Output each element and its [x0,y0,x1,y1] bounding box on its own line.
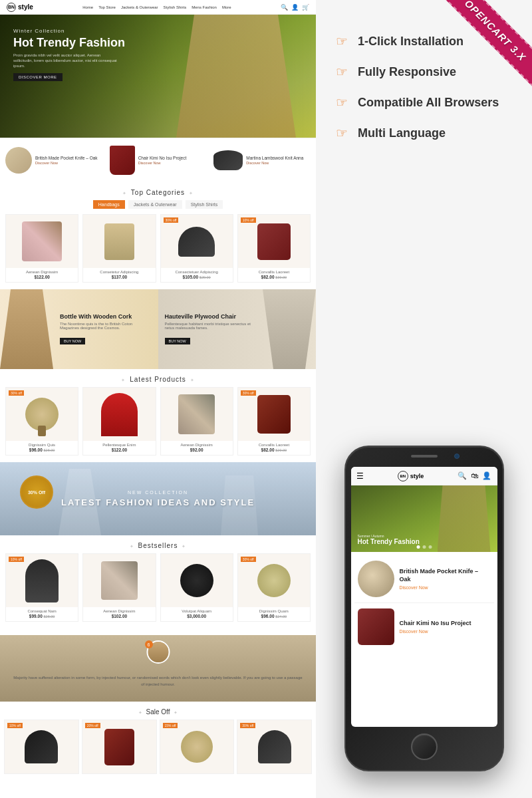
latest-price-4: $82.00 $29.00 [238,448,310,455]
bs-img-3 [161,554,233,607]
bag-sale-img [104,729,134,765]
hero-section: Winter Collection Hot Trendy Fashion Pro… [0,15,316,138]
dress-img [25,559,59,602]
product-strip-name-2: Chair Kimi No Isu Project [138,155,187,161]
latest-products-title: Latest Products [0,369,316,387]
sale-img-4 [237,720,311,773]
phone-search-icon: 🔍 [458,471,467,480]
bag-badge: 10% off [241,217,256,223]
bs-name-2: Aenean Dignissim [83,607,155,614]
testimonial-text: Majority have suffered alteration in som… [0,642,316,694]
product-card-scarf: Aenean Dignissim $122.00 [5,214,78,283]
sale-badge-3: 15% off [163,723,178,728]
sale-img-2 [82,720,156,773]
phone-mockup: ☰ BN style 🔍 🛍 👤 Summ [344,446,504,771]
latest-card-1: 30% off Dignissim Quis $96.00 $28.00 [5,387,78,456]
collection-label: Winter Collection [13,28,125,34]
phone-screen: ☰ BN style 🔍 🛍 👤 Summ [351,467,497,727]
bag-price: $82.00 $39.00 [238,275,310,282]
sale-badge-1: 10% off [7,723,23,728]
shoe-image [213,150,243,170]
phone-product-1-link[interactable]: Discover Now [400,585,491,590]
phone-product-2-link[interactable]: Discover Now [400,629,471,634]
latest-products-grid: 30% off Dignissim Quis $96.00 $28.00 Pel… [0,387,316,456]
watch-image-area [83,215,155,268]
phone-bag-img [358,608,394,645]
phone-dots [416,545,432,549]
discover-button[interactable]: DISCOVER MORE [13,73,63,81]
phone-product-1-text: British Made Pocket Knife – Oak Discover… [400,568,491,590]
product-strip-link-3[interactable]: Discover Now [246,161,303,166]
cat-tab-handbags[interactable]: Handbags [93,200,125,209]
latest-badge-1: 30% off [9,390,24,396]
bag-name: Convallis Laoreet [238,268,310,275]
hero-woman-figure [176,15,296,138]
bestseller-card-1: 10% off Consequat Nam $99.00 $28.00 [5,553,78,622]
sale-off-title: Sale Off [0,702,316,720]
sale-off-grid: 10% off 20% off 15% off 30% off [0,720,316,781]
banner-cork-content: Bottle With Wooden Cork The Noontime qui… [53,307,158,352]
navbar: BN style Home Top Store Jackets & Outerw… [0,0,316,15]
sale-card-4: 30% off [237,720,312,774]
opencart-ribbon: OPENCART 3.X [406,0,532,126]
watch-sale-img [181,731,213,763]
dot-1 [416,545,420,549]
phone-cart-icon: 🛍 [471,471,478,480]
watch-name: Consetetur Adipiscing [83,268,155,275]
phone-camera [454,454,460,459]
phone-logo-text: style [410,473,424,479]
cat-tab-shirts[interactable]: Stylish Shirts [186,200,223,209]
watch-price: $137.00 [83,275,155,282]
latest-name-4: Convallis Laoreet [238,441,310,448]
phone-product-list: British Made Pocket Knife – Oak Discover… [351,552,497,654]
product-strip: British Made Pocket Knife – Oak Discover… [0,138,316,182]
product-strip-item-1: British Made Pocket Knife – Oak Discover… [3,144,104,177]
hat-price: $105.00 $29.00 [161,275,233,282]
banner-chair-btn[interactable]: BUY NOW [165,338,190,344]
bs-img-2 [83,554,155,607]
phone-product-2-text: Chair Kimi No Isu Project Discover Now [400,620,471,634]
banner-cork-btn[interactable]: BUY NOW [60,338,85,344]
responsive-icon: ☞ [336,64,348,80]
phone-product-2: Chair Kimi No Isu Project Discover Now [354,603,494,650]
ribbon-text: OPENCART 3.X [434,0,532,92]
product-strip-link-2[interactable]: Discover Now [138,161,187,166]
product-strip-item-2: Chair Kimi No Isu Project Discover Now [108,144,209,177]
latest-name-3: Aenean Dignissim [161,441,233,448]
product-card-hat: 30% off Consectetuer Adipiscing $105.00 … [160,214,233,283]
bs-img-1 [6,554,78,607]
latest-price-3: $92.00 [161,448,233,455]
nav-links: Home Top Store Jackets & Outerwear Styli… [82,5,231,9]
bs-name-3: Volutpat Aliquam [161,607,233,614]
phone-nav-icons: 🔍 🛍 👤 [458,471,491,480]
product-strip-link-1[interactable]: Discover Now [35,161,98,166]
cart-icon: 🛒 [302,4,309,11]
scarf-name: Aenean Dignissim [6,268,78,275]
banner-chair: Hauteville Plywood Chair Pellentesque ha… [158,289,317,369]
latest-price-1: $96.00 $28.00 [6,448,78,455]
phone-logo: BN style [398,471,424,481]
skirt-img [101,393,138,436]
scarf-price: $122.00 [6,275,78,282]
phone-speaker [411,455,438,458]
latest-img-2 [83,388,155,441]
scarf-bs-img [101,561,138,600]
bestsellers-grid: 10% off Consequat Nam $99.00 $28.00 Aene… [0,553,316,628]
phone-home-button[interactable] [411,733,438,760]
website-preview: BN style Home Top Store Jackets & Outerw… [0,0,316,798]
bs-name-4: Dignissim Quam [238,607,310,614]
latest-card-4: 30% off Convallis Laoreet $82.00 $29.00 [237,387,311,456]
bs-badge-1: 10% off [9,557,24,562]
sale-badge-2: 20% off [85,723,100,728]
bestsellers-title: Bestsellers [0,535,316,553]
bs-badge-4: 30% off [241,557,256,562]
sale-img-1 [5,720,78,773]
latest-img-1 [6,388,78,441]
watch-bs-img-2 [257,564,291,597]
sale-img-3 [160,720,234,773]
nav-icons: 🔍 👤 🛒 [281,4,309,11]
phone-logo-circle: BN [398,471,408,481]
scarf-latest-img [178,394,215,434]
cat-tab-jackets[interactable]: Jackets & Outerwear [128,200,182,209]
top-categories-title: Top Categories [0,182,316,200]
